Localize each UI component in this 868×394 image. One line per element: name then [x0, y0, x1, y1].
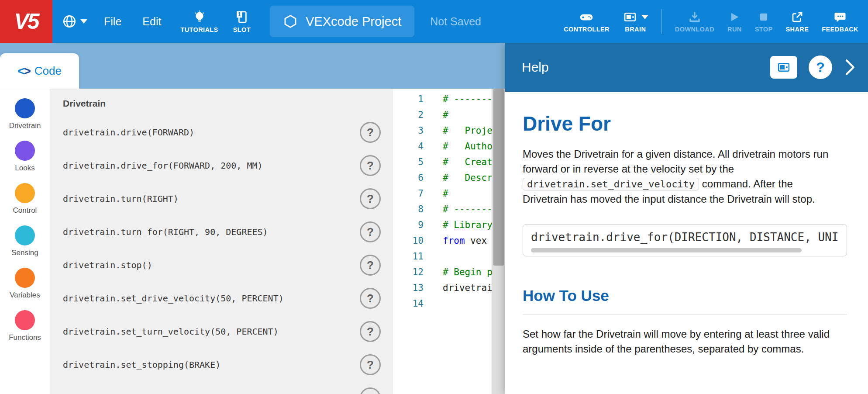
download-button[interactable]: DOWNLOAD [675, 10, 714, 33]
edit-menu[interactable]: Edit [132, 0, 172, 43]
editor-line[interactable]: 3# Proje [393, 123, 505, 138]
line-number: 7 [393, 186, 424, 201]
sidebar-item-control[interactable]: Control [0, 183, 50, 225]
stop-icon [758, 10, 770, 24]
command-help-button[interactable]: ? [360, 354, 381, 375]
command-help-button[interactable]: ? [360, 155, 381, 176]
editor-line[interactable]: 9# Library [393, 217, 505, 233]
command-row[interactable]: drivetrain.set_turn_velocity(50, PERCENT… [50, 315, 393, 348]
editor-line-text: # Library [443, 217, 493, 233]
command-text[interactable]: drivetrain.set_turn_velocity(50, PERCENT… [63, 326, 279, 337]
command-row[interactable]: drivetrain.set_drive_velocity(50, PERCEN… [50, 282, 393, 315]
command-row[interactable]: ? [50, 381, 393, 394]
editor-line[interactable]: 1# -------------------------------------… [393, 91, 505, 107]
editor-line[interactable]: 4# Autho [393, 138, 505, 154]
how-to-use-heading: How To Use [523, 287, 847, 304]
sidebar-item-variables[interactable]: Variables [0, 268, 50, 310]
scrollbar-thumb[interactable] [493, 89, 504, 266]
line-number: 6 [393, 170, 424, 186]
command-row[interactable]: drivetrain.turn(RIGHT)? [50, 182, 393, 215]
help-paragraph: Moves the Drivetrain for a given distanc… [523, 147, 833, 207]
controller-icon [578, 10, 595, 24]
command-help-button[interactable]: ? [360, 288, 381, 309]
code-example-box[interactable]: drivetrain.drive_for(DIRECTION, DISTANCE… [523, 224, 847, 256]
run-label: RUN [727, 26, 742, 33]
code-token: # Create [443, 157, 498, 167]
tutorials-label: TUTORIALS [180, 26, 218, 33]
line-number: 13 [393, 280, 424, 296]
command-help-button[interactable]: ? [360, 122, 381, 143]
feedback-label: FEEDBACK [822, 26, 858, 33]
help-question-button[interactable]: ? [809, 55, 832, 79]
brain-caret-icon[interactable] [641, 15, 648, 19]
category-label: Control [13, 206, 37, 215]
command-row[interactable]: drivetrain.drive_for(FORWARD, 200, MM)? [50, 149, 393, 182]
language-menu[interactable] [62, 14, 87, 29]
horizontal-scrollbar-thumb[interactable] [531, 248, 802, 252]
command-row[interactable]: drivetrain.turn_for(RIGHT, 90, DEGREES)? [50, 215, 393, 249]
category-dot-icon[interactable] [15, 268, 35, 288]
slot-number: 1 [238, 11, 241, 17]
editor-line[interactable]: 7# [393, 186, 505, 201]
file-menu[interactable]: File [93, 0, 132, 43]
run-button[interactable]: RUN [727, 10, 742, 33]
collapse-chevron-icon[interactable] [844, 58, 856, 77]
line-number: 11 [393, 249, 424, 264]
hexagon-icon [283, 14, 298, 29]
sidebar-item-sensing[interactable]: Sensing [0, 225, 50, 268]
editor-line[interactable]: 14 [393, 296, 505, 311]
command-help-button[interactable]: ? [360, 387, 381, 394]
download-label: DOWNLOAD [675, 26, 714, 33]
command-row[interactable]: drivetrain.set_stopping(BRAKE)? [50, 348, 393, 381]
editor-line[interactable]: 12# Begin project code [393, 264, 505, 280]
share-button[interactable]: SHARE [785, 10, 809, 33]
editor-line[interactable]: 2# [393, 107, 505, 123]
category-dot-icon[interactable] [15, 310, 35, 330]
slot-button[interactable]: 1 SLOT [233, 10, 251, 33]
editor-panel[interactable]: 1# -------------------------------------… [393, 89, 505, 394]
command-help-button[interactable]: ? [360, 188, 381, 209]
command-help-button[interactable]: ? [360, 221, 381, 242]
editor-line[interactable]: 8# -------------------------------------… [393, 201, 505, 217]
category-dot-icon[interactable] [15, 183, 35, 203]
editor-line[interactable]: 6# Descri [393, 170, 505, 186]
command-text[interactable]: drivetrain.stop() [63, 260, 152, 270]
editor-line[interactable]: 11 [393, 249, 505, 264]
chevron-down-icon [80, 19, 87, 24]
stop-button[interactable]: STOP [755, 10, 773, 33]
toolbox-section-title: Drivetrain [50, 89, 393, 109]
sidebar-item-functions[interactable]: Functions [0, 310, 50, 353]
command-help-button[interactable]: ? [360, 255, 381, 276]
feedback-button[interactable]: FEEDBACK [822, 10, 858, 33]
sidebar-item-drivetrain[interactable]: Drivetrain [0, 98, 50, 141]
editor-line[interactable]: 5# Create [393, 154, 505, 170]
brain-button[interactable]: BRAIN [623, 10, 648, 33]
command-text[interactable]: drivetrain.set_drive_velocity(50, PERCEN… [63, 293, 284, 304]
editor-scrollbar[interactable] [492, 89, 505, 394]
share-icon [791, 10, 804, 24]
sidebar-item-looks[interactable]: Looks [0, 141, 50, 183]
line-number: 4 [393, 138, 424, 154]
editor-line[interactable]: 10from vex import [393, 233, 505, 249]
controller-button[interactable]: CONTROLLER [564, 10, 610, 33]
command-text[interactable]: drivetrain.turn(RIGHT) [63, 194, 179, 204]
category-dot-icon[interactable] [15, 225, 35, 245]
command-text[interactable]: drivetrain.drive_for(FORWARD, 200, MM) [63, 160, 263, 171]
category-dot-icon[interactable] [15, 141, 35, 161]
command-text[interactable]: drivetrain.set_stopping(BRAKE) [63, 359, 220, 370]
editor-line[interactable]: 13drivetrain. [393, 280, 505, 296]
command-row[interactable]: drivetrain.stop()? [50, 249, 393, 282]
category-bar: DrivetrainLooksControlSensingVariablesFu… [0, 89, 50, 394]
brain-help-button[interactable] [770, 56, 797, 79]
project-name-box[interactable]: VEXcode Project [270, 6, 414, 37]
help-title: Help [522, 60, 549, 75]
code-token: # [443, 188, 448, 199]
command-help-button[interactable]: ? [360, 321, 381, 342]
divider-line [523, 314, 847, 315]
command-text[interactable]: drivetrain.turn_for(RIGHT, 90, DEGREES) [63, 227, 268, 237]
command-text[interactable]: drivetrain.drive(FORWARD) [63, 127, 194, 138]
code-tab[interactable]: <> Code [0, 53, 79, 89]
command-row[interactable]: drivetrain.drive(FORWARD)? [50, 116, 393, 149]
tutorials-button[interactable]: TUTORIALS [180, 10, 218, 33]
category-dot-icon[interactable] [15, 98, 35, 118]
